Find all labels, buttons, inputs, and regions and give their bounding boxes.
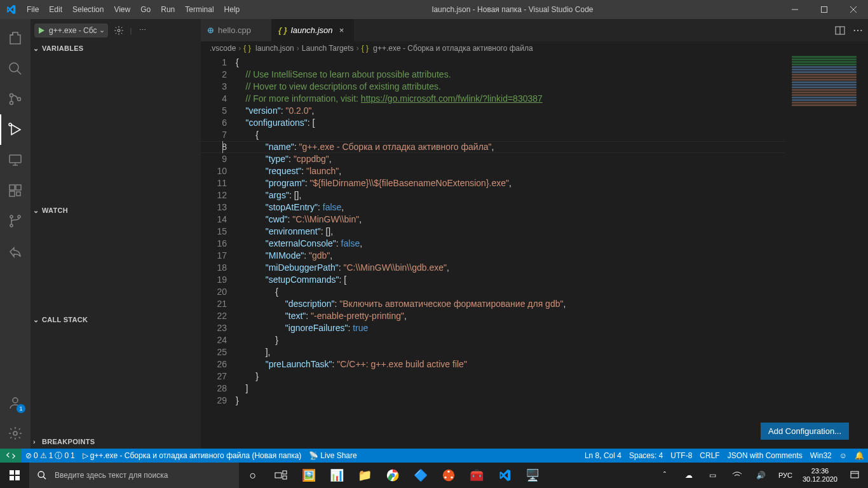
svg-point-22 [13,431,17,435]
menu-run[interactable]: Run [156,0,180,19]
svg-point-10 [9,123,11,126]
tab-hello-cpp[interactable]: ⊕ hello.cpp [201,19,272,41]
remote-indicator-icon[interactable] [0,449,22,463]
line-gutter: 1234567891011121314151617181920212223242… [201,55,236,449]
accounts-icon[interactable]: 1 [0,388,31,418]
menu-bar: File Edit Selection View Go Run Terminal… [22,0,245,19]
status-position[interactable]: Ln 8, Col 4 [581,451,625,460]
cortana-icon[interactable]: ○ [239,463,267,488]
app-icon[interactable]: 📊 [323,463,351,488]
errors-warnings[interactable]: ⊘0 ⚠1 ⓘ0 1 [22,451,79,461]
svg-rect-17 [17,192,20,196]
status-eol[interactable]: CRLF [696,451,723,460]
tab-close-icon[interactable]: × [337,25,347,35]
menu-terminal[interactable]: Terminal [180,0,219,19]
debug-config-label: g++.exe - Сбс [49,26,97,35]
status-port[interactable]: Win32 [806,451,836,460]
tray-language[interactable]: РУС [775,463,796,488]
tray-wifi-icon[interactable] [726,463,748,488]
breakpoints-section-header[interactable]: ›BREAKPOINTS [31,435,201,449]
extensions-icon[interactable] [0,175,31,206]
svg-rect-28 [15,470,20,475]
task-view-icon[interactable] [267,463,295,488]
more-actions-icon[interactable]: ⋯ [135,26,149,34]
explorer-icon[interactable] [0,23,31,53]
status-liveshare[interactable]: 📡 Live Share [305,451,360,460]
git-graph-icon[interactable] [0,206,31,236]
app-icon[interactable]: 🧰 [463,463,491,488]
menu-file[interactable]: File [22,0,44,19]
status-indent[interactable]: Spaces: 4 [625,451,667,460]
window-minimize-button[interactable] [780,0,810,19]
editor-area: ⊕ hello.cpp { } launch.json × ⋯ .vscode›… [201,19,868,449]
svg-rect-33 [275,473,281,478]
search-icon[interactable] [0,53,31,84]
breadcrumb[interactable]: .vscode› { } launch.json› Launch Targets… [201,41,868,55]
more-editor-actions-icon[interactable]: ⋯ [853,24,863,36]
live-share-icon[interactable] [0,236,31,267]
run-debug-icon[interactable] [0,114,31,145]
source-control-icon[interactable] [0,84,31,114]
callstack-section-header[interactable]: ⌄CALL STACK [31,313,201,327]
add-configuration-button[interactable]: Add Configuration... [761,423,849,440]
search-placeholder: Введите здесь текст для поиска [55,471,168,480]
start-debug-button[interactable]: g++.exe - Сбс ⌄ [34,24,108,37]
taskbar-search[interactable]: Введите здесь текст для поиска [29,463,239,488]
code-editor[interactable]: 1234567891011121314151617181920212223242… [201,55,868,449]
menu-selection[interactable]: Selection [67,0,109,19]
start-button[interactable] [0,463,29,488]
tray-clock[interactable]: 23:36 30.12.2020 [799,467,841,484]
svg-point-41 [451,477,452,478]
svg-rect-29 [10,476,14,480]
svg-marker-9 [11,125,20,135]
remote-explorer-icon[interactable] [0,145,31,175]
play-icon [36,25,46,36]
settings-gear-icon[interactable] [0,418,31,449]
svg-rect-16 [10,191,15,196]
svg-rect-11 [10,155,21,163]
status-bell-icon[interactable]: 🔔 [851,451,868,460]
system-tray: ˆ ☁ ▭ 🔊 РУС 23:36 30.12.2020 [654,463,868,488]
tab-label: launch.json [291,25,333,35]
menu-go[interactable]: Go [135,0,156,19]
warning-icon: ⚠ [40,451,47,460]
menu-view[interactable]: View [109,0,135,19]
window-maximize-button[interactable] [810,0,839,19]
chrome-icon[interactable] [379,463,407,488]
debug-config-gear-icon[interactable] [112,25,126,36]
app-icon[interactable]: 🖼️ [295,463,323,488]
tab-launch-json[interactable]: { } launch.json × [272,19,354,41]
watch-section-header[interactable]: ⌄WATCH [31,203,201,217]
menu-help[interactable]: Help [219,0,245,19]
svg-line-32 [43,477,46,479]
notifications-icon[interactable] [844,463,865,488]
tray-expand-icon[interactable]: ˆ [654,463,675,488]
window-close-button[interactable] [839,0,868,19]
tab-label: hello.cpp [218,25,251,35]
vscode-taskbar-icon[interactable] [491,463,519,488]
split-editor-icon[interactable] [835,25,845,36]
app-icon[interactable]: 🔷 [407,463,435,488]
cursor [222,141,223,153]
variables-section-header[interactable]: ⌄VARIABLES [31,41,201,55]
status-bar: ⊘0 ⚠1 ⓘ0 1 ▷ g++.exe - Сборка и отладка … [0,449,868,463]
svg-rect-27 [10,470,14,475]
status-feedback-icon[interactable]: ☺ [836,451,851,460]
ubuntu-icon[interactable] [435,463,463,488]
status-debug-target[interactable]: ▷ g++.exe - Сборка и отладка активного ф… [79,451,306,460]
status-encoding[interactable]: UTF-8 [667,451,696,460]
debug-toolbar: g++.exe - Сбс ⌄ | ⋯ [31,19,201,41]
app-icon[interactable]: 🖥️ [519,463,546,488]
status-language[interactable]: JSON with Comments [724,451,806,460]
tray-volume-icon[interactable]: 🔊 [750,463,772,488]
svg-rect-14 [10,185,15,190]
file-explorer-icon[interactable]: 📁 [351,463,379,488]
menu-edit[interactable]: Edit [44,0,67,19]
svg-point-20 [18,215,20,218]
svg-rect-1 [822,7,827,13]
tray-battery-icon[interactable]: ▭ [702,463,724,488]
tab-bar: ⊕ hello.cpp { } launch.json × ⋯ [201,19,868,41]
tray-cloud-icon[interactable]: ☁ [678,463,700,488]
code-content[interactable]: { // Use IntelliSense to learn about pos… [236,55,868,449]
minimap[interactable] [789,55,859,106]
